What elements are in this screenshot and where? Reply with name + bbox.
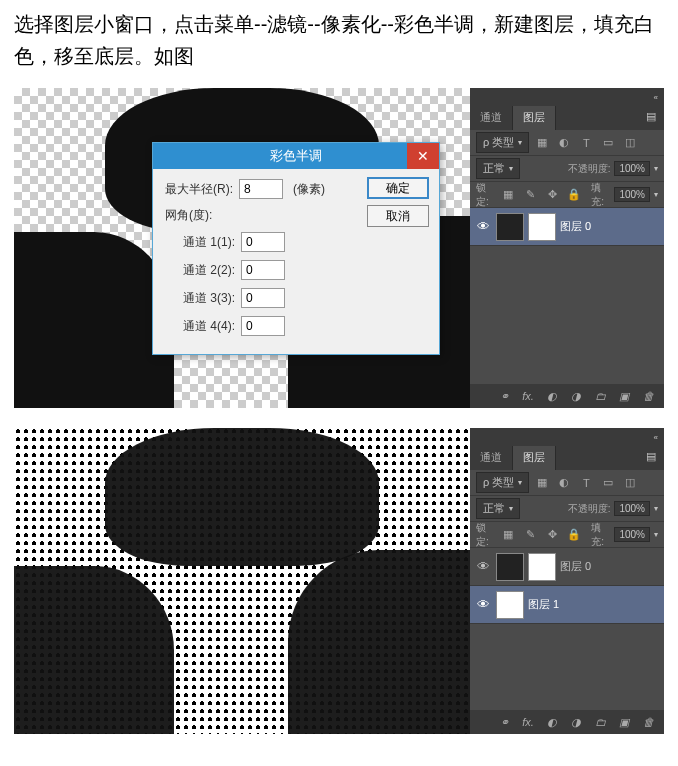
kind-filter-dropdown[interactable]: ρ 类型 ▾ xyxy=(476,132,529,153)
panel-menu-icon[interactable]: ▤ xyxy=(638,446,664,470)
panel-tabs: 通道 图层 ▤ xyxy=(470,446,664,470)
channel4-input[interactable] xyxy=(241,316,285,336)
filter-smart-icon[interactable]: ◫ xyxy=(621,474,639,492)
new-layer-icon[interactable]: ▣ xyxy=(616,387,632,405)
cancel-button[interactable]: 取消 xyxy=(367,205,429,227)
layer-thumbnail[interactable] xyxy=(496,213,524,241)
filter-text-icon[interactable]: T xyxy=(577,134,595,152)
tab-layers[interactable]: 图层 xyxy=(513,446,556,470)
filter-text-icon[interactable]: T xyxy=(577,474,595,492)
blend-row: 正常 ▾ 不透明度: 100% ▾ xyxy=(470,156,664,182)
filter-shape-icon[interactable]: ▭ xyxy=(599,474,617,492)
fill-value[interactable]: 100% xyxy=(614,187,650,202)
blend-row: 正常 ▾ 不透明度: 100% ▾ xyxy=(470,496,664,522)
screenshot-2: « 通道 图层 ▤ ρ 类型 ▾ ▦ ◐ T ▭ ◫ 正常 ▾ 不透明度: 10… xyxy=(14,428,664,734)
adjust-icon[interactable]: ◑ xyxy=(568,713,584,731)
canvas-area-2 xyxy=(14,428,470,734)
link-layers-icon[interactable]: ⚭ xyxy=(496,387,512,405)
grid-angle-label: 网角(度): xyxy=(165,207,212,224)
mask-icon[interactable]: ◐ xyxy=(544,713,560,731)
fill-label: 填充: xyxy=(591,521,610,549)
channel3-label: 通道 3(3): xyxy=(183,290,235,307)
chevron-down-icon[interactable]: ▾ xyxy=(654,164,658,173)
visibility-toggle[interactable]: 👁 xyxy=(474,597,492,612)
mask-thumbnail[interactable] xyxy=(528,553,556,581)
layer-item-0[interactable]: 👁 图层 0 xyxy=(470,208,664,246)
delete-layer-icon[interactable]: 🗑 xyxy=(640,387,656,405)
group-icon[interactable]: 🗀 xyxy=(592,713,608,731)
lock-all-icon[interactable]: 🔒 xyxy=(565,526,583,544)
lock-row: 锁定: ▦ ✎ ✥ 🔒 填充: 100% ▾ xyxy=(470,522,664,548)
lock-trans-icon[interactable]: ▦ xyxy=(499,526,517,544)
ok-button[interactable]: 确定 xyxy=(367,177,429,199)
channel4-label: 通道 4(4): xyxy=(183,318,235,335)
channel2-label: 通道 2(2): xyxy=(183,262,235,279)
link-layers-icon[interactable]: ⚭ xyxy=(496,713,512,731)
new-layer-icon[interactable]: ▣ xyxy=(616,713,632,731)
panel-tabs: 通道 图层 ▤ xyxy=(470,106,664,130)
unit-label: (像素) xyxy=(293,181,325,198)
group-icon[interactable]: 🗀 xyxy=(592,387,608,405)
mask-icon[interactable]: ◐ xyxy=(544,387,560,405)
layer-thumbnail[interactable] xyxy=(496,553,524,581)
filter-adjust-icon[interactable]: ◐ xyxy=(555,474,573,492)
lock-pos-icon[interactable]: ✥ xyxy=(543,186,561,204)
lock-all-icon[interactable]: 🔒 xyxy=(565,186,583,204)
panel-top-strip: « xyxy=(470,428,664,446)
chevron-down-icon[interactable]: ▾ xyxy=(654,504,658,513)
lock-pos-icon[interactable]: ✥ xyxy=(543,526,561,544)
collapse-icon[interactable]: « xyxy=(654,93,658,102)
max-radius-input[interactable] xyxy=(239,179,283,199)
layer-name[interactable]: 图层 0 xyxy=(560,559,591,574)
visibility-toggle[interactable]: 👁 xyxy=(474,219,492,234)
filter-image-icon[interactable]: ▦ xyxy=(533,474,551,492)
mask-thumbnail[interactable] xyxy=(528,213,556,241)
opacity-value[interactable]: 100% xyxy=(614,501,650,516)
chevron-down-icon: ▾ xyxy=(509,504,513,513)
chevron-down-icon[interactable]: ▾ xyxy=(654,190,658,199)
lock-pixel-icon[interactable]: ✎ xyxy=(521,526,539,544)
layer-name[interactable]: 图层 1 xyxy=(528,597,559,612)
layer-thumbnail[interactable] xyxy=(496,591,524,619)
opacity-label: 不透明度: xyxy=(568,162,611,176)
visibility-toggle[interactable]: 👁 xyxy=(474,559,492,574)
delete-layer-icon[interactable]: 🗑 xyxy=(640,713,656,731)
filter-shape-icon[interactable]: ▭ xyxy=(599,134,617,152)
halftone-result xyxy=(14,428,470,734)
fill-value[interactable]: 100% xyxy=(614,527,650,542)
filter-smart-icon[interactable]: ◫ xyxy=(621,134,639,152)
panel-top-strip: « xyxy=(470,88,664,106)
channel3-input[interactable] xyxy=(241,288,285,308)
color-halftone-dialog: 彩色半调 ✕ 确定 取消 最大半径(R): (像素) 网角(度): 通道 1(1… xyxy=(152,142,440,355)
kind-filter-dropdown[interactable]: ρ 类型 ▾ xyxy=(476,472,529,493)
lock-pixel-icon[interactable]: ✎ xyxy=(521,186,539,204)
lock-trans-icon[interactable]: ▦ xyxy=(499,186,517,204)
fx-icon[interactable]: fx. xyxy=(520,387,536,405)
layer-item-0[interactable]: 👁 图层 0 xyxy=(470,548,664,586)
dialog-titlebar[interactable]: 彩色半调 ✕ xyxy=(153,143,439,169)
channel1-input[interactable] xyxy=(241,232,285,252)
opacity-value[interactable]: 100% xyxy=(614,161,650,176)
adjust-icon[interactable]: ◑ xyxy=(568,387,584,405)
panel-bottom-bar: ⚭ fx. ◐ ◑ 🗀 ▣ 🗑 xyxy=(470,710,664,734)
chevron-down-icon[interactable]: ▾ xyxy=(654,530,658,539)
layer-item-1[interactable]: 👁 图层 1 xyxy=(470,586,664,624)
layers-list: 👁 图层 0 xyxy=(470,208,664,384)
tab-layers[interactable]: 图层 xyxy=(513,106,556,130)
layer-name[interactable]: 图层 0 xyxy=(560,219,591,234)
collapse-icon[interactable]: « xyxy=(654,433,658,442)
filter-row: ρ 类型 ▾ ▦ ◐ T ▭ ◫ xyxy=(470,130,664,156)
dialog-title: 彩色半调 xyxy=(270,147,322,165)
fx-icon[interactable]: fx. xyxy=(520,713,536,731)
channel2-input[interactable] xyxy=(241,260,285,280)
filter-image-icon[interactable]: ▦ xyxy=(533,134,551,152)
layers-panel-2: « 通道 图层 ▤ ρ 类型 ▾ ▦ ◐ T ▭ ◫ 正常 ▾ 不透明度: 10… xyxy=(470,428,664,734)
filter-adjust-icon[interactable]: ◐ xyxy=(555,134,573,152)
dialog-close-button[interactable]: ✕ xyxy=(407,143,439,169)
panel-menu-icon[interactable]: ▤ xyxy=(638,106,664,130)
tab-channels[interactable]: 通道 xyxy=(470,106,513,130)
tab-channels[interactable]: 通道 xyxy=(470,446,513,470)
channel1-label: 通道 1(1): xyxy=(183,234,235,251)
blend-mode-dropdown[interactable]: 正常 ▾ xyxy=(476,498,520,519)
blend-mode-dropdown[interactable]: 正常 ▾ xyxy=(476,158,520,179)
